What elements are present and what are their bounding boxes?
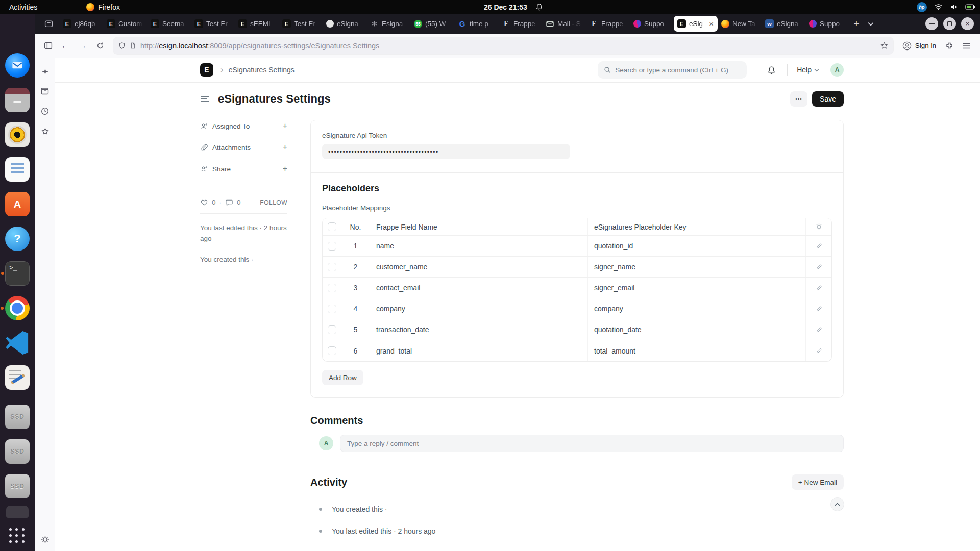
menu-overflow-button[interactable]: ••• [790,91,807,107]
heart-icon[interactable] [200,198,208,206]
add-attachment-button[interactable]: + [283,143,287,152]
app-logo[interactable]: E [200,63,213,77]
dock-item-files[interactable] [5,88,30,112]
comment-bubble-icon[interactable] [225,198,233,206]
tab-time-p[interactable]: Gtime p [454,16,498,32]
app-menu-button[interactable] [959,38,975,54]
placeholder-key-cell[interactable]: company [588,298,806,319]
dock-item-ubuntu-software[interactable]: A [5,192,30,216]
history-button[interactable] [38,105,52,118]
dock-item-text-editor[interactable] [5,365,30,390]
dock-item-help[interactable]: ? [5,227,30,251]
new-email-button[interactable]: + New Email [792,474,844,490]
frappe-field-cell[interactable]: company [370,298,588,319]
tab-test-er-2[interactable]: ETest Er [279,16,323,32]
row-checkbox[interactable] [328,242,336,251]
dock-item-chrome[interactable] [5,296,30,320]
dock-item-thunderbird[interactable] [5,53,30,78]
starred-button[interactable] [38,124,52,138]
back-button[interactable]: ← [57,38,74,54]
notifications-button[interactable] [767,66,776,74]
edit-row-button[interactable] [806,340,831,361]
dock-item-trash[interactable] [6,506,29,518]
tab-seemi[interactable]: EsEEMI [235,16,279,32]
row-checkbox[interactable] [328,284,336,292]
edit-row-button[interactable] [806,236,831,256]
firefox-view-button[interactable] [41,17,56,31]
comment-input[interactable] [340,435,844,452]
table-row[interactable]: 3 contact_email signer_email [323,278,831,298]
url-bar[interactable]: http://esign.localhost:8009/app/esignatu… [113,37,893,54]
shield-icon[interactable] [118,42,126,49]
firefox-signin-button[interactable]: Sign in [898,38,940,54]
dock-item-rhythmbox[interactable] [5,122,30,147]
breadcrumb[interactable]: eSignatures Settings [229,66,295,74]
frappe-field-cell[interactable]: customer_name [370,257,588,277]
new-tab-button[interactable]: + [849,17,864,31]
url-text[interactable]: http://esign.localhost:8009/app/esignatu… [140,42,876,50]
tab-esigna-1[interactable]: eSigna [323,16,366,32]
show-applications-button[interactable] [9,528,26,544]
global-search-input[interactable]: Search or type a command (Ctrl + G) [598,61,747,79]
table-row[interactable]: 4 company company [323,298,831,319]
close-window-button[interactable]: × [961,17,974,30]
edit-row-button[interactable] [806,298,831,319]
edit-row-button[interactable] [806,257,831,277]
maximize-button[interactable] [943,17,956,30]
help-menu[interactable]: Help [797,66,819,74]
sidebar-item-share[interactable]: Share + [200,163,287,175]
api-token-input[interactable]: •••••••••••••••••••••••••••••••••••••• [322,144,570,159]
comment-count[interactable]: 0 [237,198,241,206]
tab-suppo-2[interactable]: Suppo [805,16,849,32]
dock-item-vscode[interactable] [5,331,30,355]
dock-item-ssd-drive-1[interactable]: SSD [5,405,30,429]
table-row[interactable]: 2 customer_name signer_name [323,257,831,278]
row-checkbox[interactable] [328,305,336,313]
tab-whatsapp[interactable]: 55(55) W [410,16,454,32]
dock-item-ssd-drive-3[interactable]: SSD [5,474,30,498]
follow-button[interactable]: FOLLOW [260,199,287,206]
tab-frappe-1[interactable]: FFrappe [498,16,542,32]
placeholder-key-cell[interactable]: signer_name [588,257,806,277]
sidebar-item-attachments[interactable]: Attachments + [200,141,287,154]
add-row-button[interactable]: Add Row [322,370,363,385]
sidebar-collapse-button[interactable] [200,95,209,103]
tab-custom[interactable]: ECustom [103,16,147,32]
tab-suppo-1[interactable]: Suppo [630,16,674,32]
ai-chat-button[interactable] [38,65,52,78]
minimize-button[interactable] [925,17,938,30]
user-avatar[interactable]: A [830,63,844,77]
table-row[interactable]: 6 grand_total total_amount [323,340,831,361]
tab-new-tab[interactable]: New Ta [718,16,762,32]
placeholder-key-cell[interactable]: total_amount [588,340,806,361]
table-row[interactable]: 5 transaction_date quotation_date [323,319,831,340]
list-all-tabs-button[interactable] [864,17,878,31]
table-settings-button[interactable] [806,218,831,235]
placeholder-key-cell[interactable]: quotation_id [588,236,806,256]
table-row[interactable]: 1 name quotation_id [323,236,831,257]
frappe-field-cell[interactable]: transaction_date [370,319,588,340]
edit-row-button[interactable] [806,319,831,340]
tab-ej86qb[interactable]: Eej86qb [59,16,103,32]
row-checkbox[interactable] [328,325,336,334]
tab-frappe-2[interactable]: FFrappe [586,16,630,32]
tab-esigna-chatgpt[interactable]: Esigna [366,16,410,32]
dock-item-libreoffice-writer[interactable] [5,157,30,182]
tab-seema[interactable]: ESeema [147,16,191,32]
bookmark-star-icon[interactable] [880,42,888,49]
tab-esigna-word[interactable]: weSigna [762,16,805,32]
tab-close-icon[interactable]: × [708,20,714,28]
reload-button[interactable] [92,38,108,54]
add-assignment-button[interactable]: + [283,121,287,131]
save-button[interactable]: Save [812,91,844,107]
tab-mail[interactable]: Mail - S [542,16,586,32]
dock-item-terminal[interactable]: >_ [5,261,30,286]
site-info-icon[interactable] [130,42,136,49]
bookmarks-toolbar-button[interactable] [38,85,52,98]
placeholder-key-cell[interactable]: signer_email [588,278,806,298]
dock-item-ssd-drive-2[interactable]: SSD [5,439,30,464]
system-tray[interactable]: hp [917,0,976,14]
activities-button[interactable]: Activities [9,3,37,11]
select-all-checkbox[interactable] [328,222,336,231]
add-share-button[interactable]: + [283,164,287,173]
